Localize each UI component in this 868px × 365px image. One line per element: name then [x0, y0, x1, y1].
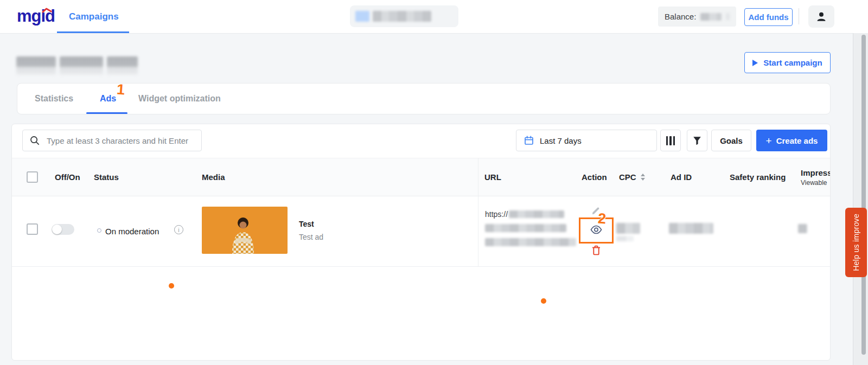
date-range-picker[interactable]: Last 7 days	[516, 130, 657, 151]
redacted-block	[373, 11, 431, 22]
annotation-dot-1	[169, 283, 174, 289]
mgid-dashboard: mgid Campaigns Balance: Add funds	[0, 0, 868, 365]
col-impressions-label: Impressions	[801, 168, 831, 177]
status-dot-icon	[97, 228, 101, 233]
search-icon	[30, 136, 40, 145]
user-icon	[815, 11, 827, 23]
scrollbar-thumb[interactable]	[861, 35, 866, 355]
page-title-redacted	[16, 56, 56, 75]
filter-button[interactable]	[687, 130, 707, 151]
sort-icon[interactable]	[641, 174, 645, 181]
tab-ads[interactable]: Ads	[100, 84, 116, 114]
row-status: On moderation	[105, 227, 159, 236]
toggle-knob	[52, 225, 62, 234]
row-checkbox[interactable]	[27, 223, 38, 235]
ad-media-thumbnail	[202, 207, 288, 254]
col-url: URL	[484, 158, 501, 196]
col-impressions-sub: Viewable	[801, 179, 827, 187]
col-cpc-label: CPC	[619, 172, 636, 182]
url-redacted-line-2	[485, 224, 566, 232]
ads-table-card: Last 7 days Goals + Create ads Off/On St…	[11, 124, 831, 361]
logo-check-icon	[42, 7, 53, 15]
nav-campaigns[interactable]: Campaigns	[69, 0, 119, 33]
col-media: Media	[202, 158, 225, 196]
help-tab-label: Help us improve	[852, 214, 860, 271]
cpc-redacted-value	[616, 223, 640, 234]
annotation-step-2: 2	[597, 210, 607, 228]
plus-icon: +	[766, 136, 772, 146]
annotation-dot-2	[541, 298, 546, 304]
campaign-tabs-card: Statistics Ads Widget optimization	[17, 83, 831, 114]
create-ads-button[interactable]: + Create ads	[756, 130, 827, 151]
page-title-redacted	[107, 56, 138, 75]
tab-active-underline	[86, 112, 127, 114]
ad-id-redacted-value	[669, 223, 713, 234]
page-title-redacted	[60, 56, 103, 75]
url-redacted-line-3	[485, 238, 576, 246]
redacted-block	[355, 11, 369, 22]
create-ads-label: Create ads	[776, 136, 818, 145]
redacted-block	[726, 13, 730, 20]
col-status: Status	[94, 158, 119, 196]
play-icon	[752, 60, 758, 66]
col-action: Action	[582, 158, 607, 196]
top-bar: mgid Campaigns Balance: Add funds	[0, 0, 868, 34]
cpc-redacted-sub	[616, 236, 634, 241]
columns-button[interactable]	[660, 130, 681, 151]
col-impressions: Impressions Viewable	[801, 158, 831, 196]
nav-active-underline	[57, 31, 129, 33]
url-redacted	[509, 210, 564, 218]
tab-statistics[interactable]: Statistics	[35, 84, 73, 114]
search-box	[22, 130, 202, 151]
ad-image	[202, 207, 288, 254]
goals-button[interactable]: Goals	[711, 130, 751, 151]
start-campaign-button[interactable]: Start campaign	[744, 52, 831, 73]
col-off-on: Off/On	[55, 158, 80, 196]
account-menu-button[interactable]	[808, 5, 834, 28]
mgid-logo[interactable]: mgid	[17, 7, 55, 26]
annotation-box-step-2	[579, 217, 614, 244]
filter-funnel-icon	[693, 136, 701, 145]
ad-title: Test	[299, 220, 314, 228]
row-off-on-toggle[interactable]	[52, 224, 74, 235]
balance-label: Balance:	[665, 12, 696, 21]
balance-redacted-value	[700, 13, 721, 21]
balance-chip[interactable]: Balance:	[658, 7, 736, 27]
table-header-row	[12, 158, 831, 196]
help-us-improve-tab[interactable]: Help us improve	[845, 208, 867, 277]
select-all-checkbox[interactable]	[27, 171, 38, 183]
header-divider	[799, 8, 799, 24]
columns-icon	[666, 136, 675, 145]
ad-url: https://	[485, 210, 564, 219]
column-group-divider	[478, 158, 478, 266]
info-glyph: i	[178, 227, 179, 233]
impressions-redacted-value	[798, 224, 807, 233]
url-prefix: https://	[485, 210, 508, 219]
col-ad-id: Ad ID	[671, 158, 692, 196]
search-input[interactable]	[22, 130, 202, 151]
annotation-step-1: 1	[116, 81, 125, 99]
add-funds-button[interactable]: Add funds	[744, 8, 793, 26]
date-range-value: Last 7 days	[540, 136, 582, 145]
row-divider	[12, 266, 831, 267]
tab-widget-optimization[interactable]: Widget optimization	[138, 84, 221, 114]
ad-subtitle: Test ad	[299, 233, 323, 241]
calendar-icon	[524, 136, 534, 145]
info-icon[interactable]: i	[174, 225, 183, 234]
col-cpc: CPC	[619, 158, 645, 196]
header-redacted-control[interactable]	[350, 5, 458, 27]
start-campaign-label: Start campaign	[763, 58, 822, 67]
col-safety-ranking: Safety ranking	[730, 158, 786, 196]
delete-trash-icon[interactable]	[591, 245, 601, 255]
